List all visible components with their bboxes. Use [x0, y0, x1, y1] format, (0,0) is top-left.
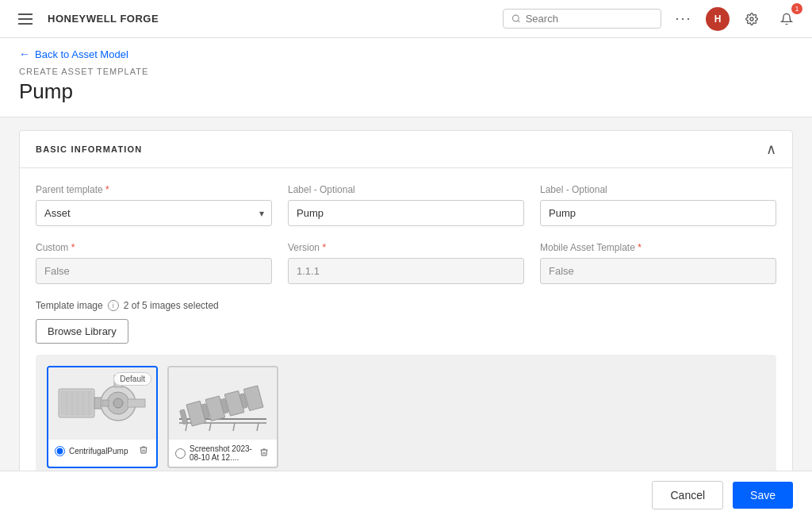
breadcrumb: CREATE ASSET TEMPLATE	[19, 67, 793, 76]
brand-logo: HONEYWELL FORGE	[48, 13, 159, 25]
custom-label: Custom *	[36, 242, 272, 253]
settings-button[interactable]	[739, 6, 764, 32]
mobile-asset-template-label: Mobile Asset Template *	[540, 242, 776, 253]
custom-group: Custom *	[36, 242, 272, 284]
search-input[interactable]	[526, 13, 653, 25]
label2-group: Label - Optional	[540, 184, 776, 226]
back-arrow-icon: ←	[19, 48, 30, 60]
image1-delete-button[interactable]	[137, 444, 150, 457]
save-button[interactable]: Save	[733, 482, 793, 509]
back-to-asset-model-link[interactable]: ← Back to Asset Model	[19, 48, 793, 60]
svg-point-13	[113, 398, 123, 408]
section-header-basic-info: BASIC INFORMATION ∧	[20, 131, 792, 168]
image-card-screenshot[interactable]: Screenshot 2023-08-10 At 12....	[167, 366, 278, 468]
template-image-label-text: Template image	[36, 300, 103, 311]
basic-information-card: BASIC INFORMATION ∧ Parent template * As…	[19, 130, 793, 496]
image1-radio[interactable]	[55, 446, 65, 456]
delete-icon	[139, 445, 148, 455]
more-options-button[interactable]: ···	[671, 6, 696, 32]
images-gallery: Default CentrifugalPump	[36, 355, 776, 479]
mobile-asset-template-input	[540, 258, 776, 284]
label2-label: Label - Optional	[540, 184, 776, 195]
delete-icon	[259, 448, 269, 457]
svg-rect-4	[61, 391, 92, 415]
page-footer: Cancel Save	[0, 471, 812, 519]
image-card-centrifugal-pump[interactable]: Default CentrifugalPump	[47, 366, 158, 468]
search-icon	[511, 13, 521, 24]
svg-rect-24	[180, 409, 188, 425]
version-group: Version *	[288, 242, 524, 284]
parent-template-label: Parent template *	[36, 184, 272, 195]
basic-info-body: Parent template * Asset Equipment Sensor…	[20, 168, 792, 495]
svg-rect-16	[102, 400, 109, 406]
image1-radio-label[interactable]: CentrifugalPump	[55, 446, 128, 456]
parent-template-group: Parent template * Asset Equipment Sensor…	[36, 184, 272, 226]
label1-group: Label - Optional	[288, 184, 524, 226]
custom-input	[36, 258, 272, 284]
back-link-label: Back to Asset Model	[35, 48, 128, 60]
page-title: Pump	[19, 79, 793, 104]
svg-point-0	[512, 15, 519, 21]
top-nav: HONEYWELL FORGE ··· H 1	[0, 0, 812, 38]
image2-radio-label[interactable]: Screenshot 2023-08-10 At 12....	[175, 444, 258, 462]
template-image-section: Template image i 2 of 5 images selected …	[36, 300, 776, 479]
search-box[interactable]	[503, 9, 661, 29]
notification-badge: 1	[791, 3, 802, 14]
collapse-basic-info-button[interactable]: ∧	[766, 142, 776, 156]
images-count: 2 of 5 images selected	[124, 300, 219, 311]
image2-footer: Screenshot 2023-08-10 At 12....	[169, 439, 277, 467]
parent-template-select[interactable]: Asset Equipment Sensor	[36, 200, 272, 226]
image1-footer: CentrifugalPump	[48, 439, 156, 462]
svg-line-21	[233, 423, 235, 431]
image2-radio[interactable]	[175, 448, 186, 459]
nav-left: HONEYWELL FORGE	[13, 6, 159, 32]
mobile-asset-template-group: Mobile Asset Template *	[540, 242, 776, 284]
image1-name: CentrifugalPump	[69, 447, 128, 456]
browse-library-button[interactable]: Browse Library	[36, 319, 128, 344]
version-label: Version *	[288, 242, 524, 253]
info-icon: i	[108, 300, 119, 311]
label1-label: Label - Optional	[288, 184, 524, 195]
form-row-1: Parent template * Asset Equipment Sensor…	[36, 184, 776, 226]
nav-right: ··· H 1	[503, 6, 799, 32]
svg-rect-14	[128, 399, 145, 407]
svg-line-22	[257, 423, 259, 431]
image2-delete-button[interactable]	[258, 447, 270, 459]
cancel-button[interactable]: Cancel	[652, 481, 723, 509]
main-content: BASIC INFORMATION ∧ Parent template * As…	[0, 117, 812, 519]
svg-line-1	[518, 21, 519, 22]
form-row-2: Custom * Version * Mobile Asset Template	[36, 242, 776, 284]
image-thumb-screenshot	[169, 367, 277, 439]
svg-line-19	[186, 423, 187, 431]
avatar-initials: H	[714, 13, 722, 25]
version-input	[288, 258, 524, 284]
svg-point-2	[750, 17, 753, 21]
hamburger-icon	[18, 13, 33, 25]
label2-input[interactable]	[540, 200, 776, 226]
default-badge: Default	[113, 372, 151, 386]
template-image-label-row: Template image i 2 of 5 images selected	[36, 300, 776, 311]
avatar[interactable]: H	[706, 7, 730, 31]
more-icon: ···	[675, 10, 691, 27]
conveyor-illustration	[171, 371, 274, 435]
section-title-basic-info: BASIC INFORMATION	[36, 144, 142, 154]
page-header: ← Back to Asset Model CREATE ASSET TEMPL…	[0, 38, 812, 117]
parent-template-select-wrapper: Asset Equipment Sensor ▾	[36, 200, 272, 226]
notification-icon-wrapper: 1	[774, 6, 799, 32]
label1-input[interactable]	[288, 200, 524, 226]
image2-name: Screenshot 2023-08-10 At 12....	[190, 444, 258, 462]
hamburger-menu[interactable]	[13, 6, 38, 32]
bell-icon	[780, 13, 793, 25]
gear-icon	[745, 13, 758, 25]
notifications-button[interactable]: 1	[774, 6, 799, 32]
svg-line-20	[209, 423, 211, 431]
